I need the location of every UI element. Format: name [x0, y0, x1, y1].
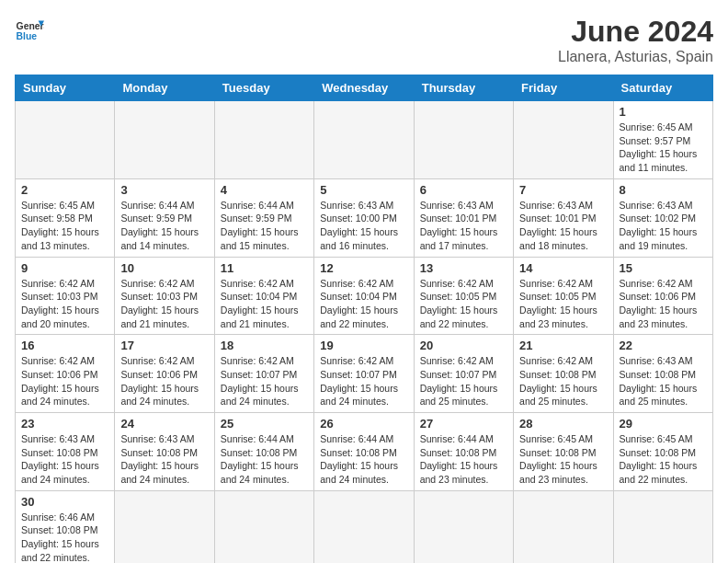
day-info: Sunrise: 6:42 AMSunset: 10:06 PMDaylight…: [620, 277, 707, 331]
page-header: General Blue June 2024 Llanera, Asturias…: [15, 15, 713, 65]
calendar-cell: 9Sunrise: 6:42 AMSunset: 10:03 PMDayligh…: [16, 257, 115, 335]
weekday-header-sunday: Sunday: [16, 75, 115, 101]
calendar-cell: 18Sunrise: 6:42 AMSunset: 10:07 PMDaylig…: [214, 335, 313, 413]
day-info: Sunrise: 6:43 AMSunset: 10:00 PMDaylight…: [320, 199, 407, 253]
day-info: Sunrise: 6:45 AMSunset: 9:57 PMDaylight:…: [620, 121, 707, 175]
day-info: Sunrise: 6:42 AMSunset: 10:08 PMDaylight…: [519, 354, 607, 408]
week-row-3: 16Sunrise: 6:42 AMSunset: 10:06 PMDaylig…: [16, 335, 713, 413]
day-number: 19: [320, 339, 407, 352]
logo: General Blue: [15, 15, 44, 44]
calendar-cell: 15Sunrise: 6:42 AMSunset: 10:06 PMDaylig…: [613, 257, 712, 335]
weekday-header-wednesday: Wednesday: [314, 75, 414, 101]
calendar-cell: [414, 490, 513, 563]
day-info: Sunrise: 6:45 AMSunset: 9:58 PMDaylight:…: [21, 199, 108, 253]
day-info: Sunrise: 6:43 AMSunset: 10:01 PMDaylight…: [420, 199, 507, 253]
calendar-cell: [613, 490, 712, 563]
day-number: 28: [519, 417, 607, 431]
calendar-cell: 7Sunrise: 6:43 AMSunset: 10:01 PMDayligh…: [514, 178, 613, 257]
calendar-cell: [214, 490, 313, 563]
day-number: 3: [120, 183, 208, 197]
calendar-cell: 5Sunrise: 6:43 AMSunset: 10:00 PMDayligh…: [314, 178, 414, 257]
day-info: Sunrise: 6:43 AMSunset: 10:02 PMDaylight…: [620, 199, 707, 253]
calendar-cell: [314, 490, 414, 563]
day-number: 4: [221, 183, 308, 197]
day-number: 26: [320, 417, 407, 431]
day-info: Sunrise: 6:44 AMSunset: 9:59 PMDaylight:…: [120, 199, 208, 253]
day-number: 16: [21, 339, 108, 352]
day-info: Sunrise: 6:42 AMSunset: 10:07 PMDaylight…: [221, 354, 308, 408]
day-info: Sunrise: 6:43 AMSunset: 10:08 PMDaylight…: [120, 432, 208, 487]
calendar-cell: 24Sunrise: 6:43 AMSunset: 10:08 PMDaylig…: [115, 413, 214, 491]
day-number: 30: [21, 495, 108, 509]
day-number: 17: [120, 339, 208, 352]
calendar-cell: [514, 101, 613, 179]
calendar-cell: 25Sunrise: 6:44 AMSunset: 10:08 PMDaylig…: [214, 413, 313, 491]
calendar-cell: [115, 490, 214, 563]
month-title: June 2024: [558, 15, 713, 49]
calendar-cell: 4Sunrise: 6:44 AMSunset: 9:59 PMDaylight…: [214, 178, 313, 257]
calendar-cell: 29Sunrise: 6:45 AMSunset: 10:08 PMDaylig…: [613, 413, 712, 491]
day-number: 15: [620, 261, 707, 275]
calendar-cell: 2Sunrise: 6:45 AMSunset: 9:58 PMDaylight…: [16, 178, 115, 257]
calendar-cell: [314, 101, 414, 179]
calendar-cell: 21Sunrise: 6:42 AMSunset: 10:08 PMDaylig…: [514, 335, 613, 413]
calendar-cell: 27Sunrise: 6:44 AMSunset: 10:08 PMDaylig…: [414, 413, 513, 491]
day-info: Sunrise: 6:45 AMSunset: 10:08 PMDaylight…: [620, 432, 707, 487]
calendar-cell: [414, 101, 513, 179]
day-info: Sunrise: 6:44 AMSunset: 10:08 PMDaylight…: [420, 432, 507, 487]
day-info: Sunrise: 6:44 AMSunset: 10:08 PMDaylight…: [221, 432, 308, 487]
day-number: 8: [620, 183, 707, 197]
day-number: 21: [519, 339, 607, 352]
day-info: Sunrise: 6:42 AMSunset: 10:07 PMDaylight…: [420, 354, 507, 408]
calendar-cell: 22Sunrise: 6:43 AMSunset: 10:08 PMDaylig…: [613, 335, 712, 413]
day-info: Sunrise: 6:42 AMSunset: 10:07 PMDaylight…: [320, 354, 407, 408]
week-row-4: 23Sunrise: 6:43 AMSunset: 10:08 PMDaylig…: [16, 413, 713, 491]
week-row-5: 30Sunrise: 6:46 AMSunset: 10:08 PMDaylig…: [16, 490, 713, 563]
day-number: 25: [221, 417, 308, 431]
calendar-cell: 11Sunrise: 6:42 AMSunset: 10:04 PMDaylig…: [214, 257, 313, 335]
day-info: Sunrise: 6:44 AMSunset: 9:59 PMDaylight:…: [221, 199, 308, 253]
day-number: 29: [620, 417, 707, 431]
day-number: 20: [420, 339, 507, 352]
week-row-0: 1Sunrise: 6:45 AMSunset: 9:57 PMDaylight…: [16, 101, 713, 179]
location-title: Llanera, Asturias, Spain: [558, 49, 713, 65]
week-row-2: 9Sunrise: 6:42 AMSunset: 10:03 PMDayligh…: [16, 257, 713, 335]
week-row-1: 2Sunrise: 6:45 AMSunset: 9:58 PMDaylight…: [16, 178, 713, 257]
calendar-cell: 19Sunrise: 6:42 AMSunset: 10:07 PMDaylig…: [314, 335, 414, 413]
day-number: 5: [320, 183, 407, 197]
day-number: 10: [120, 261, 208, 275]
day-number: 14: [519, 261, 607, 275]
svg-text:Blue: Blue: [17, 31, 38, 41]
day-info: Sunrise: 6:42 AMSunset: 10:05 PMDaylight…: [420, 277, 507, 331]
day-number: 23: [21, 417, 108, 431]
day-number: 27: [420, 417, 507, 431]
weekday-header-monday: Monday: [115, 75, 214, 101]
weekday-header-tuesday: Tuesday: [214, 75, 313, 101]
calendar-cell: 28Sunrise: 6:45 AMSunset: 10:08 PMDaylig…: [514, 413, 613, 491]
weekday-header-friday: Friday: [514, 75, 613, 101]
calendar-cell: 16Sunrise: 6:42 AMSunset: 10:06 PMDaylig…: [16, 335, 115, 413]
day-number: 2: [21, 183, 108, 197]
day-info: Sunrise: 6:43 AMSunset: 10:08 PMDaylight…: [21, 432, 108, 487]
logo-icon: General Blue: [15, 15, 44, 44]
title-block: June 2024 Llanera, Asturias, Spain: [558, 15, 713, 65]
calendar-cell: [514, 490, 613, 563]
calendar-cell: 17Sunrise: 6:42 AMSunset: 10:06 PMDaylig…: [115, 335, 214, 413]
weekday-header-thursday: Thursday: [414, 75, 513, 101]
calendar-cell: [16, 101, 115, 179]
calendar-cell: 23Sunrise: 6:43 AMSunset: 10:08 PMDaylig…: [16, 413, 115, 491]
calendar-cell: [214, 101, 313, 179]
calendar-cell: 3Sunrise: 6:44 AMSunset: 9:59 PMDaylight…: [115, 178, 214, 257]
weekday-header-saturday: Saturday: [613, 75, 712, 101]
day-info: Sunrise: 6:42 AMSunset: 10:03 PMDaylight…: [120, 277, 208, 331]
day-info: Sunrise: 6:46 AMSunset: 10:08 PMDaylight…: [21, 511, 108, 563]
day-info: Sunrise: 6:42 AMSunset: 10:05 PMDaylight…: [519, 277, 607, 331]
calendar-cell: 13Sunrise: 6:42 AMSunset: 10:05 PMDaylig…: [414, 257, 513, 335]
day-info: Sunrise: 6:43 AMSunset: 10:01 PMDaylight…: [519, 199, 607, 253]
day-info: Sunrise: 6:43 AMSunset: 10:08 PMDaylight…: [620, 354, 707, 408]
day-number: 12: [320, 261, 407, 275]
calendar-cell: 8Sunrise: 6:43 AMSunset: 10:02 PMDayligh…: [613, 178, 712, 257]
weekday-header-row: SundayMondayTuesdayWednesdayThursdayFrid…: [16, 75, 713, 101]
calendar-cell: 12Sunrise: 6:42 AMSunset: 10:04 PMDaylig…: [314, 257, 414, 335]
calendar-cell: 6Sunrise: 6:43 AMSunset: 10:01 PMDayligh…: [414, 178, 513, 257]
